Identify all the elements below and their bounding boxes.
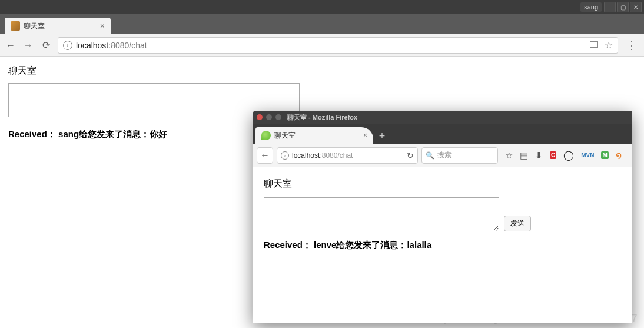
page-title: 聊天室 [264,178,622,190]
mvn-icon[interactable]: MVN [581,152,594,158]
send-button[interactable]: 发送 [504,216,531,231]
search-icon: 🔍 [426,151,434,160]
site-info-icon[interactable]: i [281,151,289,160]
close-button[interactable]: ✕ [630,2,642,12]
favicon-icon [261,131,271,140]
browser-tab-active[interactable]: 聊天室 × [255,127,373,144]
chrome-toolbar: ← → ⟳ i localhost:8080/chat 🗔 ☆ ⋮ [0,34,644,57]
translate-icon[interactable]: 🗔 [589,39,599,51]
tab-title: 聊天室 [274,131,296,141]
bookmark-star-icon[interactable]: ☆ [505,150,513,161]
maximize-button[interactable]: ▢ [617,2,629,12]
window-minimize-icon[interactable] [266,114,272,120]
received-label: Received： [8,129,56,139]
reload-button[interactable]: ⟳ [40,39,52,51]
url-text: localhost:8080/chat [292,151,353,160]
firefox-window: 聊天室 - Mozilla Firefox 聊天室 × + ← i localh… [253,111,632,323]
chrome-tab-strip: 聊天室 × [0,14,644,34]
address-bar[interactable]: i localhost:8080/chat ↻ [277,147,418,164]
received-message: lenve给您发来了消息：lalalla [314,240,431,250]
window-maximize-icon[interactable] [275,114,281,120]
received-message: sang给您发来了消息：你好 [58,129,167,139]
reload-icon[interactable]: ↻ [407,151,414,160]
favicon-icon [11,21,20,31]
downloads-icon[interactable]: ⬇ [535,150,543,161]
browser-tab-active[interactable]: 聊天室 × [5,18,111,34]
site-info-icon[interactable]: i [63,41,72,50]
firefox-toolbar: ← i localhost:8080/chat ↻ 🔍 搜索 ☆ ▤ ⬇ C ◯… [253,144,632,167]
back-button[interactable]: ← [5,40,16,51]
weibo-icon[interactable]: ໑ [616,150,622,161]
user-menu[interactable]: sang [580,2,602,12]
window-close-icon[interactable] [257,114,263,120]
page-title: 聊天室 [8,65,636,77]
received-label: Received： [264,240,311,250]
page-content: 聊天室 发送 Received： lenve给您发来了消息：lalalla [253,167,632,323]
new-tab-button[interactable]: + [373,128,391,144]
library-icon[interactable]: ▤ [520,150,528,161]
message-input[interactable] [264,197,499,231]
extension-c-icon[interactable]: C [550,151,556,159]
address-bar[interactable]: i localhost:8080/chat 🗔 ☆ [58,37,618,54]
github-icon[interactable]: ◯ [563,150,574,161]
back-button[interactable]: ← [257,147,273,164]
url-text: localhost:8080/chat [76,41,147,50]
search-placeholder: 搜索 [437,150,452,160]
tab-title: 聊天室 [24,21,45,31]
tab-close-icon[interactable]: × [100,21,105,31]
chrome-menu-icon[interactable]: ⋮ [624,39,639,52]
search-box[interactable]: 🔍 搜索 [421,147,498,164]
toolbar-icons: ☆ ▤ ⬇ C ◯ MVN M ໑ [505,150,622,161]
desktop-titlebar: sang — ▢ ✕ [0,0,644,14]
extension-m-icon[interactable]: M [601,151,608,159]
forward-button: → [22,40,34,51]
bookmark-star-icon[interactable]: ☆ [605,39,613,51]
tab-close-icon[interactable]: × [363,131,367,140]
received-line: Received： lenve给您发来了消息：lalalla [264,240,622,251]
minimize-button[interactable]: — [604,2,616,12]
firefox-tab-strip: 聊天室 × + [253,124,632,144]
firefox-titlebar[interactable]: 聊天室 - Mozilla Firefox [253,111,632,124]
window-title: 聊天室 - Mozilla Firefox [287,113,357,122]
